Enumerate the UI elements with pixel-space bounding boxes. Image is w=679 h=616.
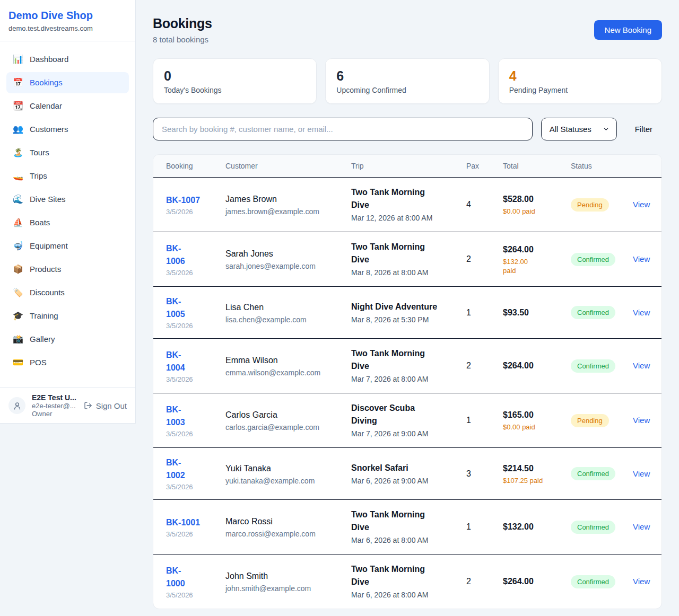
customer-name: Carlos Garcia	[225, 409, 341, 421]
total-amount: $93.50	[503, 307, 560, 319]
sidebar-item-training[interactable]: 🎓 Training	[6, 305, 129, 327]
sidebar-item-equipment[interactable]: 🤿 Equipment	[6, 235, 129, 257]
col-header-trip: Trip	[345, 155, 460, 177]
page-title: Bookings	[153, 16, 212, 31]
booking-cell: BK- 1005 3/5/2026	[153, 287, 219, 338]
pax-cell: 3	[460, 461, 497, 487]
customer-cell: Emma Wilson emma.wilson@example.com	[219, 346, 345, 385]
main-content: Bookings 8 total bookings New Booking 0 …	[136, 0, 679, 616]
nav-item-label: Gallery	[30, 333, 55, 345]
bookings-table: Booking Customer Trip Pax Total Status B…	[153, 154, 662, 609]
nav-item-label: Trips	[30, 170, 47, 182]
sidebar-item-dashboard[interactable]: 📊 Dashboard	[6, 49, 129, 70]
col-header-actions	[626, 155, 661, 177]
nav-item-label: Bookings	[30, 77, 63, 89]
table-row: BK- 1000 3/5/2026 John Smith john.smith@…	[153, 555, 661, 609]
actions-cell: View	[626, 246, 661, 272]
sidebar-item-boats[interactable]: ⛵ Boats	[6, 212, 129, 233]
user-role: Owner	[32, 410, 77, 418]
customer-email: yuki.tanaka@example.com	[225, 477, 341, 485]
nav-item-label: POS	[30, 357, 47, 368]
col-header-status: Status	[564, 155, 626, 177]
pax-cell: 1	[460, 514, 497, 540]
booking-id-link[interactable]: BK-1001	[166, 516, 215, 529]
stat-value: 0	[164, 68, 306, 84]
nav-item-label: Boats	[30, 217, 50, 228]
customer-cell: Marco Rossi marco.rossi@example.com	[219, 507, 345, 547]
view-link[interactable]: View	[633, 522, 650, 531]
view-link[interactable]: View	[633, 416, 650, 425]
status-cell: Pending	[564, 190, 626, 220]
nav-item-icon: 🤿	[13, 240, 23, 252]
total-amount: $214.50	[503, 463, 560, 474]
customer-email: carlos.garcia@example.com	[225, 423, 341, 432]
sidebar-item-discounts[interactable]: 🏷️ Discounts	[6, 282, 129, 303]
sidebar-item-products[interactable]: 📦 Products	[6, 259, 129, 280]
sign-out-button[interactable]: Sign Out	[84, 401, 127, 410]
view-link[interactable]: View	[633, 361, 650, 370]
user-box: E2E Test U... e2e-tester@... Owner Sign …	[0, 388, 135, 423]
view-link[interactable]: View	[633, 469, 650, 478]
trip-cell: Snorkel Safari Mar 6, 2026 at 9:00 AM	[345, 453, 460, 495]
customer-cell: Sarah Jones sarah.jones@example.com	[219, 240, 345, 279]
booking-date: 3/5/2026	[166, 269, 215, 277]
trip-name: Two Tank Morning Dive	[351, 563, 456, 588]
logout-icon	[84, 401, 92, 410]
trip-datetime: Mar 8, 2026 at 5:30 PM	[351, 314, 456, 325]
new-booking-button[interactable]: New Booking	[594, 20, 662, 40]
chevron-down-icon	[603, 126, 610, 133]
sign-out-label: Sign Out	[96, 401, 127, 410]
pax-cell: 1	[460, 407, 497, 434]
booking-id-link[interactable]: BK- 1005	[166, 295, 215, 321]
brand-block: Demo Dive Shop demo.test.divestreams.com	[0, 0, 135, 41]
view-link[interactable]: View	[633, 577, 650, 586]
pax-cell: 4	[460, 191, 497, 218]
trip-datetime: Mar 7, 2026 at 9:00 AM	[351, 428, 456, 439]
trip-name: Two Tank Morning Dive	[351, 241, 456, 266]
view-link[interactable]: View	[633, 308, 650, 317]
booking-cell: BK- 1002 3/5/2026	[153, 448, 219, 499]
view-link[interactable]: View	[633, 254, 650, 263]
customer-name: Emma Wilson	[225, 355, 341, 366]
filter-row: All Statuses Filter	[153, 118, 662, 140]
sidebar-nav: 📊 Dashboard 📅 Bookings 📆 Calendar 👥 Cust…	[0, 41, 135, 388]
total-amount: $132.00	[503, 521, 560, 533]
status-filter-value: All Statuses	[550, 125, 591, 134]
user-icon	[13, 401, 22, 410]
booking-id-link[interactable]: BK- 1006	[166, 242, 215, 268]
sidebar-item-trips[interactable]: 🚤 Trips	[6, 165, 129, 187]
sidebar-item-customers[interactable]: 👥 Customers	[6, 119, 129, 140]
total-cell: $264.00 $132.00 paid	[497, 235, 564, 284]
booking-id-link[interactable]: BK- 1002	[166, 456, 215, 482]
trip-name: Two Tank Morning Dive	[351, 186, 456, 212]
customer-cell: John Smith john.smith@example.com	[219, 562, 345, 601]
sidebar-item-bookings[interactable]: 📅 Bookings	[6, 72, 129, 93]
sidebar-item-pos[interactable]: 💳 POS	[6, 352, 129, 373]
page-header: Bookings 8 total bookings New Booking	[153, 16, 662, 44]
trip-name: Discover Scuba Diving	[351, 402, 456, 427]
pax-cell: 2	[460, 246, 497, 272]
customer-name: Lisa Chen	[225, 302, 341, 313]
search-input[interactable]	[153, 118, 533, 140]
sidebar-item-dive-sites[interactable]: 🌊 Dive Sites	[6, 189, 129, 210]
total-cell: $132.00	[497, 513, 564, 541]
nav-item-label: Equipment	[30, 240, 68, 252]
booking-id-link[interactable]: BK- 1004	[166, 349, 215, 374]
booking-id-link[interactable]: BK- 1000	[166, 565, 215, 590]
booking-cell: BK-1001 3/5/2026	[153, 508, 219, 547]
filter-button[interactable]: Filter	[625, 125, 662, 134]
amount-paid: $107.25 paid	[503, 476, 560, 485]
status-badge: Pending	[571, 198, 609, 212]
sidebar-item-gallery[interactable]: 📸 Gallery	[6, 329, 129, 350]
trip-datetime: Mar 6, 2026 at 8:00 AM	[351, 589, 456, 600]
sidebar-item-tours[interactable]: 🏝️ Tours	[6, 142, 129, 163]
sidebar-item-calendar[interactable]: 📆 Calendar	[6, 95, 129, 117]
status-filter-select[interactable]: All Statuses	[541, 118, 617, 140]
booking-id-link[interactable]: BK-1007	[166, 194, 215, 207]
total-cell: $264.00	[497, 351, 564, 380]
booking-id-link[interactable]: BK- 1003	[166, 403, 215, 429]
view-link[interactable]: View	[633, 200, 650, 209]
nav-item-icon: 📦	[13, 263, 23, 275]
total-bookings-count: 8 total bookings	[153, 35, 212, 44]
stat-card-pending-payment: 4 Pending Payment	[498, 58, 662, 104]
